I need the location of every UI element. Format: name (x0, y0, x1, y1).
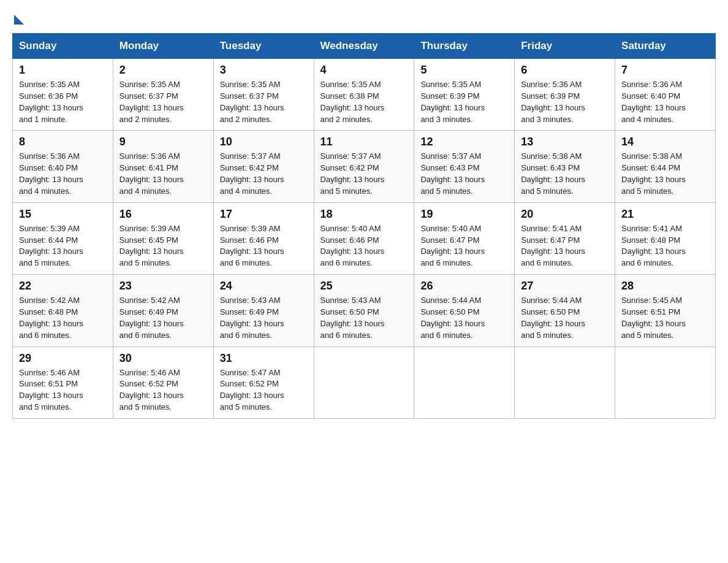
calendar-cell: 7Sunrise: 5:36 AMSunset: 6:40 PMDaylight… (615, 59, 716, 131)
column-header-tuesday: Tuesday (213, 34, 314, 59)
day-number: 20 (521, 208, 609, 221)
day-info: Sunrise: 5:44 AMSunset: 6:50 PMDaylight:… (521, 295, 609, 341)
day-number: 7 (621, 64, 709, 77)
calendar-cell: 2Sunrise: 5:35 AMSunset: 6:37 PMDaylight… (113, 59, 213, 131)
day-info: Sunrise: 5:42 AMSunset: 6:49 PMDaylight:… (119, 295, 207, 341)
day-number: 17 (220, 208, 308, 221)
calendar-cell: 22Sunrise: 5:42 AMSunset: 6:48 PMDayligh… (13, 275, 113, 347)
calendar-week-row: 22Sunrise: 5:42 AMSunset: 6:48 PMDayligh… (13, 275, 716, 347)
day-number: 18 (320, 208, 408, 221)
calendar-week-row: 15Sunrise: 5:39 AMSunset: 6:44 PMDayligh… (13, 202, 716, 274)
calendar-cell: 12Sunrise: 5:37 AMSunset: 6:43 PMDayligh… (414, 131, 515, 202)
day-info: Sunrise: 5:45 AMSunset: 6:51 PMDaylight:… (621, 295, 709, 341)
calendar-table: SundayMondayTuesdayWednesdayThursdayFrid… (12, 33, 716, 419)
day-info: Sunrise: 5:41 AMSunset: 6:47 PMDaylight:… (521, 223, 609, 269)
day-info: Sunrise: 5:38 AMSunset: 6:43 PMDaylight:… (521, 151, 609, 197)
day-number: 14 (621, 136, 709, 148)
calendar-cell: 23Sunrise: 5:42 AMSunset: 6:49 PMDayligh… (113, 275, 213, 347)
day-info: Sunrise: 5:37 AMSunset: 6:43 PMDaylight:… (420, 151, 508, 197)
calendar-cell: 29Sunrise: 5:46 AMSunset: 6:51 PMDayligh… (13, 347, 113, 418)
calendar-cell: 19Sunrise: 5:40 AMSunset: 6:47 PMDayligh… (414, 202, 515, 274)
day-info: Sunrise: 5:47 AMSunset: 6:52 PMDaylight:… (220, 367, 308, 413)
calendar-cell: 18Sunrise: 5:40 AMSunset: 6:46 PMDayligh… (314, 202, 414, 274)
day-number: 30 (119, 352, 207, 365)
calendar-cell: 16Sunrise: 5:39 AMSunset: 6:45 PMDayligh… (113, 202, 213, 274)
day-info: Sunrise: 5:35 AMSunset: 6:37 PMDaylight:… (220, 79, 308, 125)
day-number: 5 (420, 64, 508, 77)
calendar-cell: 21Sunrise: 5:41 AMSunset: 6:48 PMDayligh… (615, 202, 716, 274)
calendar-cell (414, 347, 515, 418)
day-number: 21 (621, 208, 709, 221)
day-info: Sunrise: 5:39 AMSunset: 6:45 PMDaylight:… (119, 223, 207, 269)
calendar-header-row: SundayMondayTuesdayWednesdayThursdayFrid… (13, 34, 716, 59)
calendar-week-row: 29Sunrise: 5:46 AMSunset: 6:51 PMDayligh… (13, 347, 716, 418)
calendar-cell: 28Sunrise: 5:45 AMSunset: 6:51 PMDayligh… (615, 275, 716, 347)
day-number: 22 (19, 280, 107, 293)
day-number: 12 (420, 136, 508, 148)
calendar-cell: 8Sunrise: 5:36 AMSunset: 6:40 PMDaylight… (13, 131, 113, 202)
day-number: 6 (521, 64, 609, 77)
day-info: Sunrise: 5:40 AMSunset: 6:47 PMDaylight:… (420, 223, 508, 269)
calendar-cell: 5Sunrise: 5:35 AMSunset: 6:39 PMDaylight… (414, 59, 515, 131)
day-info: Sunrise: 5:40 AMSunset: 6:46 PMDaylight:… (320, 223, 408, 269)
calendar-cell: 31Sunrise: 5:47 AMSunset: 6:52 PMDayligh… (213, 347, 314, 418)
day-info: Sunrise: 5:39 AMSunset: 6:46 PMDaylight:… (220, 223, 308, 269)
calendar-cell: 17Sunrise: 5:39 AMSunset: 6:46 PMDayligh… (213, 202, 314, 274)
day-info: Sunrise: 5:36 AMSunset: 6:41 PMDaylight:… (119, 151, 207, 197)
day-number: 27 (521, 280, 609, 293)
day-number: 24 (220, 280, 308, 293)
calendar-cell: 13Sunrise: 5:38 AMSunset: 6:43 PMDayligh… (515, 131, 615, 202)
day-info: Sunrise: 5:42 AMSunset: 6:48 PMDaylight:… (19, 295, 107, 341)
calendar-cell (615, 347, 716, 418)
day-number: 26 (420, 280, 508, 293)
day-info: Sunrise: 5:38 AMSunset: 6:44 PMDaylight:… (621, 151, 709, 197)
day-number: 9 (119, 136, 207, 148)
day-info: Sunrise: 5:36 AMSunset: 6:40 PMDaylight:… (19, 151, 107, 197)
day-number: 31 (220, 352, 308, 365)
day-number: 25 (320, 280, 408, 293)
calendar-cell: 3Sunrise: 5:35 AMSunset: 6:37 PMDaylight… (213, 59, 314, 131)
calendar-week-row: 8Sunrise: 5:36 AMSunset: 6:40 PMDaylight… (13, 131, 716, 202)
day-info: Sunrise: 5:36 AMSunset: 6:39 PMDaylight:… (521, 79, 609, 125)
day-number: 8 (19, 136, 107, 148)
column-header-sunday: Sunday (13, 34, 113, 59)
day-number: 16 (119, 208, 207, 221)
day-info: Sunrise: 5:46 AMSunset: 6:51 PMDaylight:… (19, 367, 107, 413)
day-info: Sunrise: 5:36 AMSunset: 6:40 PMDaylight:… (621, 79, 709, 125)
day-number: 15 (19, 208, 107, 221)
day-number: 13 (521, 136, 609, 148)
column-header-wednesday: Wednesday (314, 34, 414, 59)
column-header-friday: Friday (515, 34, 615, 59)
day-info: Sunrise: 5:35 AMSunset: 6:39 PMDaylight:… (420, 79, 508, 125)
calendar-cell: 1Sunrise: 5:35 AMSunset: 6:36 PMDaylight… (13, 59, 113, 131)
calendar-cell: 15Sunrise: 5:39 AMSunset: 6:44 PMDayligh… (13, 202, 113, 274)
day-info: Sunrise: 5:37 AMSunset: 6:42 PMDaylight:… (320, 151, 408, 197)
day-info: Sunrise: 5:35 AMSunset: 6:37 PMDaylight:… (119, 79, 207, 125)
day-number: 4 (320, 64, 408, 77)
day-info: Sunrise: 5:37 AMSunset: 6:42 PMDaylight:… (220, 151, 308, 197)
calendar-cell: 20Sunrise: 5:41 AMSunset: 6:47 PMDayligh… (515, 202, 615, 274)
day-number: 3 (220, 64, 308, 77)
column-header-thursday: Thursday (414, 34, 515, 59)
day-info: Sunrise: 5:35 AMSunset: 6:38 PMDaylight:… (320, 79, 408, 125)
day-info: Sunrise: 5:43 AMSunset: 6:50 PMDaylight:… (320, 295, 408, 341)
logo (12, 12, 24, 22)
calendar-week-row: 1Sunrise: 5:35 AMSunset: 6:36 PMDaylight… (13, 59, 716, 131)
day-number: 28 (621, 280, 709, 293)
day-info: Sunrise: 5:46 AMSunset: 6:52 PMDaylight:… (119, 367, 207, 413)
calendar-cell: 11Sunrise: 5:37 AMSunset: 6:42 PMDayligh… (314, 131, 414, 202)
day-number: 29 (19, 352, 107, 365)
column-header-saturday: Saturday (615, 34, 716, 59)
day-number: 10 (220, 136, 308, 148)
calendar-cell: 6Sunrise: 5:36 AMSunset: 6:39 PMDaylight… (515, 59, 615, 131)
calendar-cell: 24Sunrise: 5:43 AMSunset: 6:49 PMDayligh… (213, 275, 314, 347)
calendar-cell (314, 347, 414, 418)
logo-arrow-icon (14, 15, 24, 25)
day-number: 1 (19, 64, 107, 77)
day-info: Sunrise: 5:41 AMSunset: 6:48 PMDaylight:… (621, 223, 709, 269)
calendar-cell: 10Sunrise: 5:37 AMSunset: 6:42 PMDayligh… (213, 131, 314, 202)
calendar-cell: 9Sunrise: 5:36 AMSunset: 6:41 PMDaylight… (113, 131, 213, 202)
day-number: 23 (119, 280, 207, 293)
calendar-cell: 26Sunrise: 5:44 AMSunset: 6:50 PMDayligh… (414, 275, 515, 347)
page-header (12, 12, 716, 22)
